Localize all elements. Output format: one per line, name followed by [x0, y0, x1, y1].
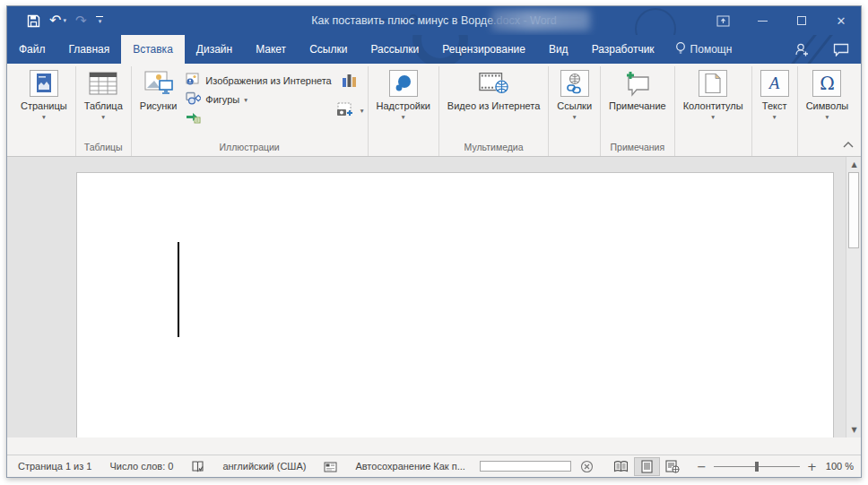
- status-bar: Страница 1 из 1 Число слов: 0 английский…: [7, 455, 861, 477]
- collapse-ribbon-button[interactable]: [843, 135, 854, 152]
- document-page[interactable]: [76, 172, 834, 437]
- group-label-links: [552, 141, 596, 156]
- pictures-button[interactable]: Рисунки: [135, 68, 182, 113]
- word-window: ↶▾ ↷ ▾ Как поставить плюс минус в Ворде.…: [6, 5, 862, 478]
- macro-recording-icon[interactable]: [315, 461, 346, 472]
- zoom-out-button[interactable]: −: [697, 461, 707, 472]
- document-area[interactable]: ▲ ▼: [7, 157, 861, 437]
- online-video-icon: [479, 70, 509, 97]
- tab-home[interactable]: Главная: [57, 35, 122, 64]
- group-comments: Примечание Примечания: [601, 66, 675, 156]
- tab-mailings[interactable]: Рассылки: [359, 35, 430, 64]
- screenshot-button[interactable]: ▾: [336, 100, 364, 119]
- ribbon-tab-bar: Файл Главная Вставка Дизайн Макет Ссылки…: [7, 35, 861, 64]
- tab-file[interactable]: Файл: [7, 35, 57, 64]
- pictures-icon: [143, 70, 174, 97]
- vertical-scrollbar[interactable]: ▲ ▼: [846, 157, 861, 437]
- group-links: Ссылки ▾: [549, 66, 601, 156]
- zoom-slider[interactable]: [714, 466, 800, 467]
- print-layout-button[interactable]: [634, 457, 660, 476]
- group-tables: Таблица ▾ Таблицы: [76, 66, 132, 156]
- chevron-down-icon: ▾: [360, 107, 364, 115]
- group-label-header-footer: [679, 141, 748, 156]
- group-text: A Текст ▾: [752, 66, 798, 156]
- scroll-down-icon[interactable]: ▼: [847, 423, 861, 437]
- tab-view[interactable]: Вид: [537, 35, 580, 64]
- tab-developer[interactable]: Разработчик: [580, 35, 666, 64]
- lightbulb-icon: [675, 41, 686, 58]
- group-header-footer: Колонтитулы ▾: [675, 66, 752, 156]
- symbols-button[interactable]: Ω Символы ▾: [802, 68, 854, 123]
- minimize-button[interactable]: [742, 6, 782, 35]
- header-footer-button[interactable]: Колонтитулы ▾: [679, 68, 748, 123]
- group-label-comments: Примечания: [604, 141, 671, 156]
- group-illustrations: Рисунки Изображения из Интернета Фигуры: [132, 66, 369, 156]
- chevron-down-icon: ▾: [573, 113, 577, 121]
- language-indicator[interactable]: английский (США): [213, 461, 315, 472]
- ribbon-display-options-button[interactable]: [703, 6, 742, 35]
- smartart-button[interactable]: [183, 108, 334, 127]
- group-label-pages: [16, 141, 72, 156]
- header-footer-icon: [699, 70, 727, 97]
- page-indicator[interactable]: Страница 1 из 1: [18, 461, 100, 472]
- view-shortcuts: [608, 457, 686, 476]
- close-button[interactable]: ✕: [821, 6, 861, 35]
- smartart-icon: [186, 110, 201, 126]
- text-a-icon: A: [760, 70, 789, 97]
- comments-pane-button[interactable]: [821, 35, 861, 64]
- group-label-illustrations: Иллюстрации: [135, 141, 364, 156]
- online-pictures-icon: [186, 73, 201, 88]
- pages-button[interactable]: Страницы ▾: [16, 68, 72, 123]
- share-button[interactable]: [782, 35, 821, 64]
- table-icon: [88, 70, 118, 97]
- group-label-tables: Таблицы: [80, 141, 127, 156]
- tab-insert[interactable]: Вставка: [121, 35, 185, 64]
- scrollbar-thumb[interactable]: [848, 172, 859, 248]
- group-addins: Надстройки ▾: [369, 66, 439, 156]
- shapes-icon: [186, 91, 201, 107]
- web-layout-button[interactable]: [660, 457, 686, 476]
- addins-button[interactable]: Надстройки ▾: [372, 68, 435, 123]
- ribbon: Страницы ▾ Таблица ▾ Таблицы: [7, 64, 861, 157]
- online-video-button[interactable]: Видео из Интернета: [443, 68, 544, 113]
- chart-button[interactable]: [342, 73, 358, 91]
- chevron-down-icon: ▾: [826, 113, 829, 121]
- cancel-autosave-icon[interactable]: [571, 460, 603, 473]
- zoom-in-button[interactable]: +: [807, 461, 817, 472]
- tell-me-box[interactable]: Помощн: [666, 35, 742, 64]
- comment-button[interactable]: Примечание: [604, 68, 671, 113]
- scroll-up-icon[interactable]: ▲: [847, 158, 861, 171]
- cover-page-icon: [30, 70, 58, 97]
- omega-icon: Ω: [812, 70, 841, 97]
- word-count[interactable]: Число слов: 0: [100, 461, 182, 472]
- group-label-addins: [372, 141, 435, 156]
- link-globe-icon: [560, 70, 589, 97]
- window-controls: ✕: [703, 6, 861, 35]
- autosave-status[interactable]: Автосохранение Как п...: [346, 461, 473, 472]
- table-button[interactable]: Таблица ▾: [80, 68, 127, 123]
- proofing-icon[interactable]: [182, 460, 213, 473]
- group-media: Видео из Интернета Мультимедиа: [439, 66, 549, 156]
- zoom-control: − +: [697, 461, 817, 472]
- tab-references[interactable]: Ссылки: [298, 35, 359, 64]
- tab-layout[interactable]: Макет: [244, 35, 298, 64]
- addins-icon: [389, 70, 418, 97]
- maximize-button[interactable]: [782, 6, 821, 35]
- read-mode-button[interactable]: [608, 457, 634, 476]
- tab-review[interactable]: Рецензирование: [430, 35, 537, 64]
- shapes-button[interactable]: Фигуры ▾: [183, 90, 334, 108]
- text-button[interactable]: A Текст ▾: [756, 68, 794, 123]
- chevron-down-icon: ▾: [101, 113, 105, 121]
- links-button[interactable]: Ссылки ▾: [552, 68, 596, 123]
- zoom-level[interactable]: 100 %: [826, 461, 854, 472]
- zoom-slider-thumb[interactable]: [755, 462, 759, 472]
- chevron-down-icon: ▾: [42, 113, 46, 121]
- chevron-down-icon: ▾: [773, 113, 777, 121]
- group-label-media: Мультимедиа: [443, 141, 544, 156]
- autosave-progress-bar: [480, 461, 571, 472]
- online-pictures-button[interactable]: Изображения из Интернета: [183, 71, 334, 90]
- title-bar: ↶▾ ↷ ▾ Как поставить плюс минус в Ворде.…: [7, 6, 861, 35]
- chevron-down-icon: ▾: [711, 113, 715, 121]
- tab-design[interactable]: Дизайн: [185, 35, 244, 64]
- group-label-text: [756, 141, 794, 156]
